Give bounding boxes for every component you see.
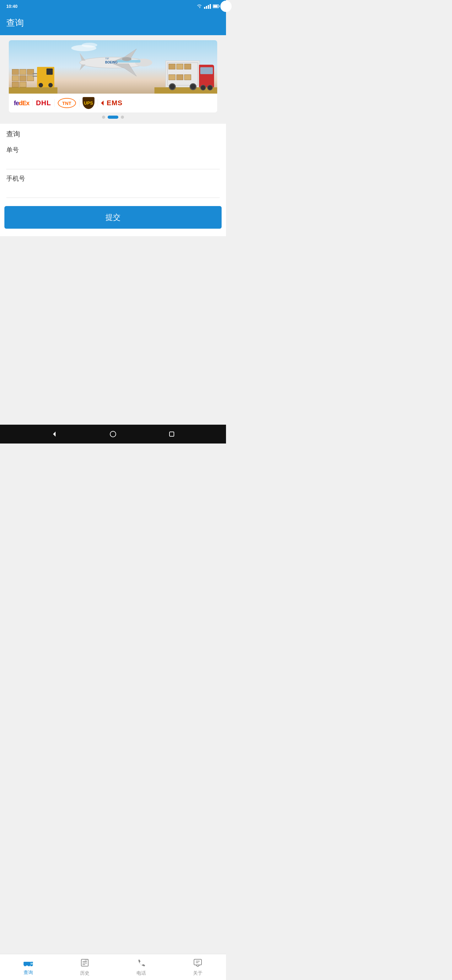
status-bar: 10:40 bbox=[0, 0, 226, 13]
content-area bbox=[0, 236, 226, 425]
status-icons bbox=[197, 4, 220, 9]
back-button[interactable] bbox=[50, 430, 59, 439]
wifi-icon bbox=[197, 4, 202, 8]
truck-cab bbox=[199, 65, 214, 88]
submit-button[interactable]: 提交 bbox=[5, 206, 222, 229]
tracking-number-input[interactable] bbox=[6, 158, 220, 169]
box-stack bbox=[12, 69, 34, 88]
phone-label: 手机号 bbox=[6, 174, 220, 183]
svg-point-10 bbox=[122, 57, 132, 61]
svg-marker-7 bbox=[80, 53, 86, 60]
ems-logo: EMS bbox=[101, 97, 123, 109]
svg-rect-31 bbox=[170, 432, 174, 436]
forklift-body bbox=[37, 67, 54, 88]
svg-point-30 bbox=[110, 431, 116, 437]
ups-logo: UPS bbox=[82, 97, 95, 109]
page-title: 查询 bbox=[6, 17, 220, 29]
tnt-logo: TNT bbox=[58, 97, 76, 109]
recent-button[interactable] bbox=[167, 430, 176, 439]
query-section: 查询 单号 手机号 提交 bbox=[0, 124, 226, 236]
svg-text:BOEING: BOEING bbox=[105, 60, 118, 64]
fedex-logo: fedEx bbox=[14, 97, 29, 109]
dot-1[interactable] bbox=[108, 116, 118, 119]
form-field-phone: 手机号 bbox=[0, 169, 226, 200]
tracking-label: 单号 bbox=[6, 146, 220, 154]
svg-marker-29 bbox=[53, 431, 56, 437]
home-button[interactable] bbox=[109, 430, 117, 439]
query-section-label: 查询 bbox=[0, 124, 226, 141]
truck-container bbox=[165, 60, 200, 88]
banner-image: BOEING 737 bbox=[9, 40, 217, 94]
phone-number-input[interactable] bbox=[6, 186, 220, 198]
svg-marker-13 bbox=[101, 100, 103, 105]
status-time: 10:40 bbox=[6, 4, 17, 9]
status-center-dot bbox=[220, 1, 226, 12]
forklift-area bbox=[9, 59, 57, 94]
airplane: BOEING 737 bbox=[72, 45, 154, 78]
svg-marker-8 bbox=[80, 65, 86, 71]
system-nav-bar bbox=[0, 425, 226, 444]
dot-2[interactable] bbox=[121, 116, 124, 119]
banner-dots bbox=[5, 113, 222, 120]
svg-rect-2 bbox=[213, 5, 218, 8]
truck-area bbox=[154, 56, 217, 94]
submit-area: 提交 bbox=[0, 200, 226, 236]
app-header: 查询 bbox=[0, 13, 226, 35]
banner: BOEING 737 bbox=[9, 40, 217, 113]
carrier-logos: fedEx DHL TNT UPS EMS bbox=[9, 94, 217, 113]
signal-icon bbox=[204, 4, 211, 9]
form-field-tracking: 单号 bbox=[0, 141, 226, 169]
svg-rect-1 bbox=[219, 6, 220, 7]
battery-icon bbox=[213, 5, 220, 8]
dhl-logo: DHL bbox=[36, 97, 51, 109]
svg-text:737: 737 bbox=[105, 57, 109, 60]
dot-0[interactable] bbox=[102, 116, 105, 119]
